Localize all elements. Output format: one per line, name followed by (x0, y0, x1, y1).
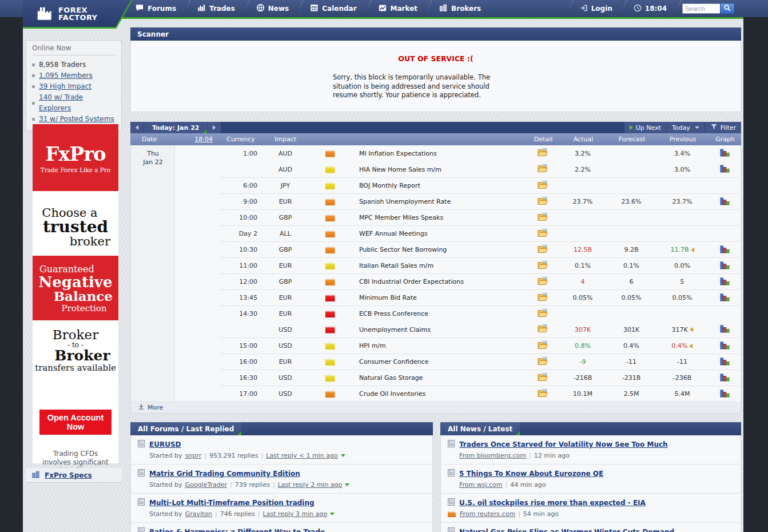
event-name[interactable]: MPC Member Miles Speaks (350, 214, 527, 221)
news-title-link[interactable]: Traders Once Starved for Volatility Now … (459, 440, 668, 448)
calendar-row[interactable]: 13:45EURMinimum Bid Rate0.05%0.05%0.05% (131, 289, 741, 305)
detail-folder-icon[interactable] (538, 261, 548, 271)
detail-folder-icon[interactable] (538, 164, 548, 174)
calendar-row[interactable]: 6:00JPYBOJ Monthly Report (131, 177, 741, 193)
detail-folder-icon[interactable] (538, 229, 548, 239)
online-now-link[interactable]: 31 w/ Posted Systems (39, 114, 114, 125)
thread-starter-link[interactable]: Graviton (185, 510, 212, 518)
nav-item-trades[interactable]: Trades (187, 0, 245, 17)
orange-impact-icon[interactable] (325, 230, 335, 237)
col-time-link[interactable]: 18:04 (174, 136, 216, 143)
dropdown-arrow-icon[interactable] (330, 513, 335, 515)
last-reply-link[interactable]: Last reply 2 min ago (278, 481, 343, 489)
calendar-row[interactable]: 17:00USDCrude Oil Inventories10.1M2.5M5.… (131, 386, 741, 402)
event-name[interactable]: HPI m/m (350, 342, 527, 350)
calendar-row[interactable]: 15:00USDHPI m/m0.8%0.4%0.4% (131, 338, 741, 354)
nav-item-calendar[interactable]: Calendar (300, 0, 367, 17)
yellow-impact-icon[interactable] (325, 374, 335, 382)
yellow-impact-icon[interactable] (325, 262, 335, 269)
calendar-row[interactable]: USDUnemployment Claims307K301K317K (131, 321, 741, 338)
dropdown-arrow-icon[interactable] (341, 454, 345, 457)
event-name[interactable]: HIA New Home Sales m/m (350, 166, 527, 173)
red-impact-icon[interactable] (325, 326, 335, 334)
calendar-row[interactable]: 12:00GBPCBI Industrial Order Expectation… (131, 273, 741, 289)
event-name[interactable]: WEF Annual Meetings (350, 230, 527, 237)
last-reply-link[interactable]: Last reply < 1 min ago (266, 452, 337, 459)
orange-impact-icon[interactable] (325, 198, 335, 205)
yellow-impact-icon[interactable] (325, 166, 335, 173)
calendar-row[interactable]: 16:00EURConsumer Confidence-9-11-11 (131, 354, 741, 370)
detail-folder-icon[interactable] (538, 213, 548, 223)
news-source-link[interactable]: From bloomberg.com (459, 452, 526, 459)
orange-impact-icon[interactable] (325, 390, 335, 398)
calendar-row[interactable]: 14:30EURECB Press Conference (131, 305, 741, 321)
graph-icon[interactable] (720, 324, 730, 335)
up-next-button[interactable]: Up Next (624, 122, 666, 133)
nav-item-news[interactable]: News (246, 0, 299, 17)
event-name[interactable]: Spanish Unemployment Rate (350, 198, 527, 205)
graph-icon[interactable] (720, 341, 730, 351)
fxpro-specs-link[interactable]: FxPro Specs (45, 471, 92, 479)
login-button[interactable]: Login (570, 0, 623, 17)
news-source-link[interactable]: From wsj.com (459, 481, 503, 489)
event-name[interactable]: Minimum Bid Rate (350, 294, 527, 301)
graph-icon[interactable] (720, 373, 730, 383)
event-name[interactable]: BOJ Monthly Report (350, 182, 527, 189)
graph-icon[interactable] (720, 164, 730, 174)
forums-panel-title[interactable]: All Forums / Last Replied (130, 422, 241, 435)
orange-impact-icon[interactable] (325, 246, 335, 253)
online-now-link[interactable]: 140 w/ Trade Explorers (39, 92, 116, 114)
yellow-impact-icon[interactable] (325, 358, 335, 366)
graph-icon[interactable] (720, 148, 730, 158)
graph-icon[interactable] (720, 357, 730, 367)
detail-folder-icon[interactable] (538, 245, 548, 255)
graph-icon[interactable] (720, 245, 730, 255)
detail-folder-icon[interactable] (538, 197, 548, 207)
nav-item-market[interactable]: Market (368, 0, 428, 17)
online-now-link[interactable]: 1,095 Members (39, 70, 93, 81)
detail-folder-icon[interactable] (538, 309, 548, 319)
event-name[interactable]: CBI Industrial Order Expectations (350, 278, 527, 285)
calendar-row[interactable]: 16:30USDNatural Gas Storage-216B-231B-23… (131, 370, 741, 386)
news-panel-title[interactable]: All News / Latest (440, 422, 520, 435)
thread-title-link[interactable]: EURUSD (149, 440, 181, 448)
event-name[interactable]: Consumer Confidence (350, 358, 527, 366)
calendar-today-tab[interactable]: Today: Jan 22 (144, 122, 207, 133)
calendar-row[interactable]: AUDHIA New Home Sales m/m2.2%3.0% (131, 161, 741, 177)
graph-icon[interactable] (720, 293, 730, 303)
calendar-row[interactable]: 10:30GBPPublic Sector Net Borrowing12.5B… (131, 241, 741, 257)
filter-button[interactable]: Filter (705, 122, 741, 133)
event-name[interactable]: Unemployment Claims (350, 326, 527, 334)
event-name[interactable]: Public Sector Net Borrowing (350, 246, 527, 253)
detail-folder-icon[interactable] (538, 293, 548, 303)
event-name[interactable]: Natural Gas Storage (350, 374, 527, 382)
graph-icon[interactable] (720, 197, 730, 207)
calendar-row[interactable]: Day 2ALLWEF Annual Meetings (131, 225, 741, 241)
fxpro-ad-banner[interactable]: FxPro Trade Forex Like a Pro Choose a tr… (33, 124, 118, 463)
event-name[interactable]: ECB Press Conference (350, 310, 527, 317)
more-link[interactable]: More (148, 404, 163, 411)
event-name[interactable]: Italian Retail Sales m/m (350, 262, 527, 269)
nav-item-forums[interactable]: Forums (125, 0, 186, 17)
calendar-prev-day-button[interactable] (130, 122, 144, 133)
orange-impact-icon[interactable] (325, 278, 335, 285)
detail-folder-icon[interactable] (538, 181, 548, 191)
detail-folder-icon[interactable] (538, 277, 548, 287)
dropdown-arrow-icon[interactable] (345, 483, 349, 486)
thread-starter-link[interactable]: snprr (185, 452, 202, 459)
news-title-link[interactable]: Natural Gas Price Slips as Warmer Winter… (459, 528, 674, 532)
event-name[interactable]: Crude Oil Inventories (350, 390, 527, 398)
detail-folder-icon[interactable] (538, 148, 548, 158)
thread-title-link[interactable]: Ratios & Harmonics: a Different Way to T… (149, 528, 325, 532)
calendar-row[interactable]: 9:00EURSpanish Unemployment Rate23.7%23.… (131, 193, 741, 209)
nav-item-brokers[interactable]: Brokers (428, 0, 491, 17)
detail-folder-icon[interactable] (538, 324, 548, 335)
yellow-impact-icon[interactable] (325, 342, 335, 350)
open-account-button[interactable]: Open Account Now (39, 410, 112, 435)
red-impact-icon[interactable] (325, 294, 335, 301)
graph-icon[interactable] (720, 277, 730, 287)
graph-icon[interactable] (720, 261, 730, 271)
range-dropdown[interactable]: Today (667, 122, 705, 133)
search-input[interactable] (682, 3, 720, 14)
orange-impact-icon[interactable] (325, 150, 335, 157)
